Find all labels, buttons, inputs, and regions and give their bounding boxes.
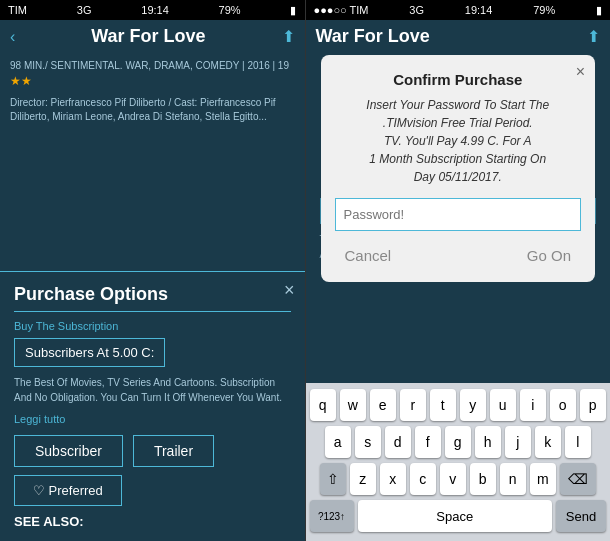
battery-right: 79%	[533, 4, 555, 16]
confirm-body-line5: Day 05/11/2017.	[414, 170, 502, 184]
confirm-dialog: × Confirm Purchase Insert Your Password …	[321, 55, 596, 282]
key-u[interactable]: u	[490, 389, 516, 421]
key-m[interactable]: m	[530, 463, 556, 495]
key-f[interactable]: f	[415, 426, 441, 458]
key-s[interactable]: s	[355, 426, 381, 458]
key-c[interactable]: c	[410, 463, 436, 495]
left-panel: TIM 3G 19:14 79% ▮ ‹ War For Love ⬆ 98 M…	[0, 0, 305, 541]
keyboard-row-1: q w e r t y u i o p	[310, 389, 607, 421]
key-p[interactable]: p	[580, 389, 606, 421]
leggi-tutto-link[interactable]: Leggi tutto	[14, 413, 291, 425]
key-a[interactable]: a	[325, 426, 351, 458]
key-z[interactable]: z	[350, 463, 376, 495]
send-key[interactable]: Send	[556, 500, 606, 532]
battery-icon-right: ▮	[596, 4, 602, 17]
key-d[interactable]: d	[385, 426, 411, 458]
key-y[interactable]: y	[460, 389, 486, 421]
confirm-body-line3: TV. You'll Pay 4.99 C. For A	[384, 134, 531, 148]
network-left: 3G	[77, 4, 92, 16]
carrier-left: TIM	[8, 4, 27, 16]
cancel-button[interactable]: Cancel	[335, 243, 402, 268]
confirm-body: Insert Your Password To Start The .TIMvi…	[335, 96, 582, 186]
key-j[interactable]: j	[505, 426, 531, 458]
key-i[interactable]: i	[520, 389, 546, 421]
confirm-title: Confirm Purchase	[335, 71, 582, 88]
modal-close-button[interactable]: ×	[284, 280, 295, 301]
key-h[interactable]: h	[475, 426, 501, 458]
nav-bar-left: ‹ War For Love ⬆	[0, 20, 305, 53]
purchase-description: The Best Of Movies, TV Series And Cartoo…	[14, 375, 291, 405]
keyboard[interactable]: q w e r t y u i o p a s d f g h j k l ⇧ …	[306, 383, 611, 541]
key-k[interactable]: k	[535, 426, 561, 458]
confirm-body-line2: .TIMvision Free Trial Period.	[383, 116, 533, 130]
movie-info-left: 98 MIN./ SENTIMENTAL. WAR, DRAMA, COMEDY…	[0, 53, 305, 94]
key-b[interactable]: b	[470, 463, 496, 495]
password-input[interactable]	[335, 198, 582, 231]
star-rating: ★★	[10, 73, 295, 90]
movie-title-right: War For Love	[316, 26, 430, 47]
keyboard-row-bottom: ?123↑ Space Send	[310, 500, 607, 532]
confirm-body-line4: 1 Month Subscription Starting On	[369, 152, 546, 166]
delete-key[interactable]: ⌫	[560, 463, 596, 495]
trailer-button[interactable]: Trailer	[133, 435, 214, 467]
time-left: 19:14	[141, 4, 169, 16]
go-on-button[interactable]: Go On	[517, 243, 581, 268]
purchase-title: Purchase Options	[14, 284, 291, 312]
battery-icon-left: ▮	[290, 4, 296, 17]
buy-label: Buy The Subscription	[14, 320, 291, 332]
movie-meta: 98 MIN./ SENTIMENTAL. WAR, DRAMA, COMEDY…	[10, 59, 295, 73]
purchase-modal: × Purchase Options Buy The Subscription …	[0, 271, 305, 541]
director-info: Director: Pierfrancesco Pif Diliberto / …	[0, 94, 305, 130]
preferred-button[interactable]: ♡ Preferred	[14, 475, 122, 506]
key-r[interactable]: r	[400, 389, 426, 421]
movie-title-left: War For Love	[15, 26, 281, 47]
network-right: 3G	[409, 4, 424, 16]
shift-key[interactable]: ⇧	[320, 463, 346, 495]
key-g[interactable]: g	[445, 426, 471, 458]
key-v[interactable]: v	[440, 463, 466, 495]
carrier-right: ●●●○○ TIM	[314, 4, 369, 16]
key-w[interactable]: w	[340, 389, 366, 421]
key-o[interactable]: o	[550, 389, 576, 421]
key-n[interactable]: n	[500, 463, 526, 495]
confirm-body-line1: Insert Your Password To Start The	[366, 98, 549, 112]
confirm-close-button[interactable]: ×	[576, 63, 585, 81]
status-bar-left: TIM 3G 19:14 79% ▮	[0, 0, 305, 20]
dialog-buttons: Cancel Go On	[335, 243, 582, 268]
see-also-label: SEE ALSO:	[14, 514, 291, 529]
space-key[interactable]: Space	[358, 500, 553, 532]
subscriber-price-box: Subscribers At 5.00 C:	[14, 338, 165, 367]
key-q[interactable]: q	[310, 389, 336, 421]
key-l[interactable]: l	[565, 426, 591, 458]
share-button-right[interactable]: ⬆	[587, 27, 600, 46]
battery-left: 79%	[219, 4, 241, 16]
numbers-key[interactable]: ?123↑	[310, 500, 354, 532]
keyboard-row-3: ⇧ z x c v b n m ⌫	[310, 463, 607, 495]
action-buttons: Subscriber Trailer	[14, 435, 291, 467]
key-x[interactable]: x	[380, 463, 406, 495]
time-right: 19:14	[465, 4, 493, 16]
right-panel: ●●●○○ TIM 3G 19:14 79% ▮ War For Love ⬆ …	[306, 0, 611, 541]
status-bar-right: ●●●○○ TIM 3G 19:14 79% ▮	[306, 0, 611, 20]
key-e[interactable]: e	[370, 389, 396, 421]
subscriber-button[interactable]: Subscriber	[14, 435, 123, 467]
key-t[interactable]: t	[430, 389, 456, 421]
nav-bar-right: War For Love ⬆	[306, 20, 611, 53]
share-button-left[interactable]: ⬆	[282, 27, 295, 46]
keyboard-row-2: a s d f g h j k l	[310, 426, 607, 458]
